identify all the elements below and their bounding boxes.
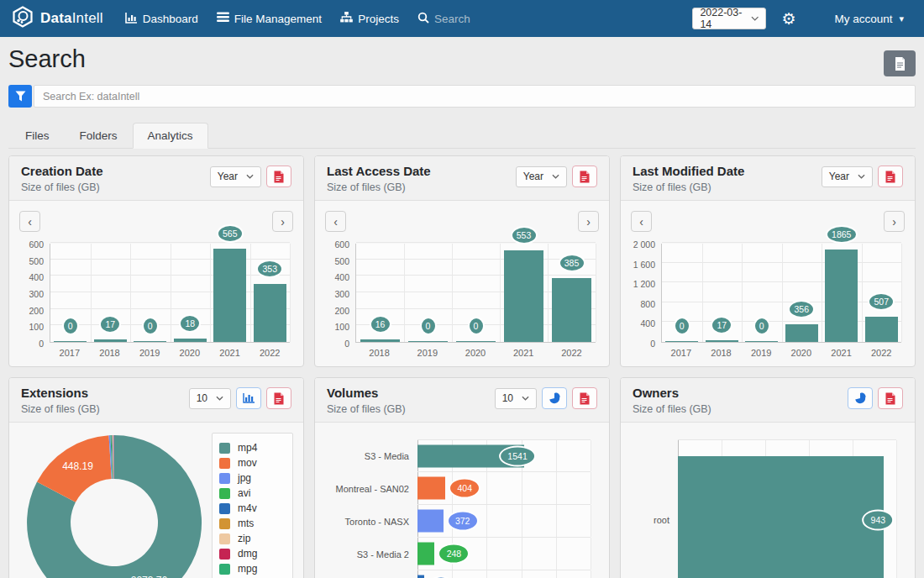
bar — [254, 284, 286, 342]
export-pdf-button[interactable] — [878, 166, 903, 187]
bar — [54, 341, 87, 342]
toggle-pie-chart-button[interactable] — [542, 387, 567, 409]
toggle-bar-chart-button[interactable] — [236, 387, 261, 409]
bar-value-badge: 553 — [511, 226, 538, 244]
period-select[interactable]: Year — [210, 166, 261, 187]
bar — [785, 324, 818, 342]
chevron-down-icon — [751, 16, 759, 21]
card-subtitle: Size of files (GB) — [21, 403, 100, 415]
x-tick-label: 2018 — [355, 348, 403, 358]
bar — [174, 339, 207, 342]
legend-swatch — [219, 549, 230, 560]
count-select[interactable]: 10 — [189, 388, 231, 409]
page-title: Search — [8, 45, 86, 73]
chart-prev-button[interactable]: ‹ — [631, 211, 652, 232]
legend-item[interactable]: zip — [219, 531, 286, 546]
tab-folders[interactable]: Folders — [65, 123, 133, 149]
pdf-file-icon — [885, 171, 895, 183]
tab-analytics[interactable]: Analytics — [133, 123, 208, 149]
bar-value-badge: 356 — [788, 300, 815, 318]
caret-down-icon: ▾ — [899, 13, 904, 24]
nav-item-dashboard[interactable]: Dashboard — [125, 12, 198, 26]
card-subtitle: Size of files (GB) — [21, 181, 103, 193]
chart-prev-button[interactable]: ‹ — [19, 211, 40, 232]
brand-logo[interactable]: DataIntell — [12, 6, 103, 31]
file-report-icon — [895, 57, 906, 71]
nav-label: Search — [434, 13, 470, 25]
export-pdf-button[interactable] — [266, 166, 291, 187]
y-tick-label: 800 — [640, 299, 655, 309]
y-tick-label: 200 — [29, 306, 44, 316]
period-select[interactable]: Year — [516, 166, 567, 187]
y-tick-label: 300 — [334, 289, 349, 299]
x-tick-label: 2022 — [861, 348, 901, 358]
navbar-right: 2022-03-14 ⚙ My account ▾ — [692, 8, 912, 29]
x-tick-label: 2020 — [170, 348, 210, 358]
chevron-down-icon — [858, 174, 865, 179]
bar-value-badge: 17 — [711, 316, 732, 334]
chevron-down-icon — [216, 396, 223, 401]
card-last-access-date: Last Access Date Size of files (GB) Year — [314, 155, 610, 367]
y-tick-label: 0 — [650, 339, 655, 349]
legend-item[interactable]: mov — [219, 455, 286, 470]
legend-swatch — [219, 533, 230, 544]
date-select[interactable]: 2022-03-14 — [692, 8, 766, 29]
nav-item-projects[interactable]: Projects — [340, 12, 399, 25]
nav-label: File Management — [234, 13, 322, 25]
card-last-modified-date: Last Modified Date Size of files (GB) Ye… — [620, 155, 916, 367]
y-tick-label: 100 — [29, 322, 44, 332]
bar — [417, 510, 444, 533]
bar-value-badge: 16 — [370, 315, 391, 334]
legend-swatch — [219, 473, 230, 484]
chart-prev-button[interactable]: ‹ — [325, 211, 346, 232]
toggle-pie-chart-button[interactable] — [848, 387, 873, 409]
pdf-file-icon — [580, 392, 590, 405]
filter-button[interactable] — [8, 85, 32, 108]
bar-chart-icon — [243, 393, 255, 403]
card-title: Owners — [633, 386, 711, 400]
legend-item[interactable]: mpg — [219, 561, 286, 576]
legend-item[interactable]: avi — [219, 486, 286, 501]
x-tick-label: 2022 — [548, 348, 596, 358]
card-title: Volumes — [327, 386, 406, 400]
legend-item[interactable]: dmg — [219, 546, 286, 561]
x-tick-label: 2017 — [661, 348, 701, 358]
y-tick-label: 400 — [334, 272, 349, 282]
period-select[interactable]: Year — [822, 166, 873, 187]
chart-next-button[interactable]: › — [272, 211, 293, 232]
tab-files[interactable]: Files — [10, 123, 65, 149]
y-tick-label: 1 200 — [633, 279, 655, 289]
search-input[interactable] — [34, 85, 916, 108]
legend-item[interactable]: mp4 — [219, 440, 286, 455]
export-pdf-button[interactable] — [878, 387, 903, 409]
export-pdf-button[interactable] — [572, 387, 597, 409]
bar — [706, 340, 738, 342]
legend-swatch — [219, 564, 230, 575]
x-tick-label: 2019 — [129, 348, 170, 358]
bar-value-badge: 0 — [753, 317, 770, 335]
bar — [825, 250, 858, 342]
bar-value-badge: 943 — [862, 510, 894, 531]
legend-item[interactable]: jpg — [219, 470, 286, 486]
export-pdf-button[interactable] — [572, 166, 597, 187]
brand-name: DataIntell — [40, 10, 103, 27]
nav-label: Dashboard — [143, 13, 198, 25]
chart-next-button[interactable]: › — [578, 211, 599, 232]
bar — [360, 339, 400, 342]
export-report-button[interactable] — [884, 50, 916, 76]
x-tick-label: 2022 — [249, 348, 290, 358]
x-tick-label: 2021 — [500, 348, 548, 358]
nav-item-search[interactable]: Search — [417, 12, 470, 26]
settings-gear-icon[interactable]: ⚙ — [781, 11, 795, 27]
tab-bar: Files Folders Analytics — [8, 123, 916, 149]
legend-swatch — [219, 503, 230, 514]
my-account-menu[interactable]: My account ▾ — [834, 13, 904, 25]
chart-next-button[interactable]: › — [884, 211, 905, 232]
legend-swatch — [219, 518, 230, 529]
legend-item[interactable]: m4v — [219, 501, 286, 516]
legend-item[interactable]: mts — [219, 516, 286, 531]
count-select[interactable]: 10 — [495, 388, 537, 409]
nav-item-file-management[interactable]: File Management — [217, 12, 322, 25]
export-pdf-button[interactable] — [266, 387, 291, 409]
bar — [417, 575, 424, 578]
